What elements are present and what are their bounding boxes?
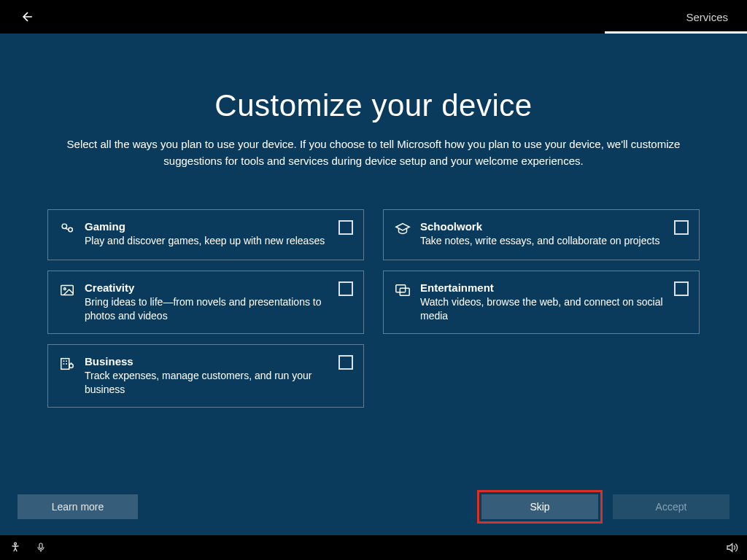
top-bar: Services bbox=[0, 0, 747, 34]
accept-button[interactable]: Accept bbox=[613, 494, 729, 519]
checkbox-creativity[interactable] bbox=[338, 281, 353, 296]
card-desc: Bring ideas to life—from novels and pres… bbox=[85, 295, 330, 323]
card-gaming[interactable]: Gaming Play and discover games, keep up … bbox=[47, 209, 364, 260]
page-title: Customize your device bbox=[47, 88, 700, 123]
card-title: Creativity bbox=[85, 281, 330, 294]
checkbox-business[interactable] bbox=[338, 355, 353, 370]
svg-rect-2 bbox=[61, 286, 74, 295]
svg-point-7 bbox=[69, 364, 74, 368]
svg-point-8 bbox=[15, 542, 17, 545]
bottom-bar bbox=[0, 535, 747, 560]
microphone-icon[interactable] bbox=[35, 542, 47, 553]
skip-button[interactable]: Skip bbox=[481, 494, 598, 519]
checkbox-schoolwork[interactable] bbox=[674, 220, 689, 235]
card-title: Business bbox=[85, 355, 330, 368]
card-title: Schoolwork bbox=[420, 220, 665, 233]
card-business[interactable]: Business Track expenses, manage customer… bbox=[47, 344, 364, 408]
card-desc: Watch videos, browse the web, and connec… bbox=[420, 295, 665, 323]
card-desc: Track expenses, manage customers, and ru… bbox=[85, 369, 330, 397]
graduation-cap-icon bbox=[394, 220, 411, 238]
card-desc: Play and discover games, keep up with ne… bbox=[85, 234, 330, 248]
learn-more-button[interactable]: Learn more bbox=[18, 494, 138, 519]
card-creativity[interactable]: Creativity Bring ideas to life—from nove… bbox=[47, 271, 364, 334]
footer-buttons: Learn more Skip Accept bbox=[0, 490, 747, 524]
volume-icon[interactable] bbox=[725, 541, 738, 554]
checkbox-gaming[interactable] bbox=[338, 220, 353, 235]
tab-underline bbox=[605, 31, 747, 34]
card-entertainment[interactable]: Entertainment Watch videos, browse the w… bbox=[383, 271, 700, 334]
ease-of-access-icon[interactable] bbox=[9, 541, 22, 554]
tab-services[interactable]: Services bbox=[681, 11, 732, 23]
card-schoolwork[interactable]: Schoolwork Take notes, write essays, and… bbox=[383, 209, 700, 260]
media-icon bbox=[394, 281, 411, 299]
page-subtitle: Select all the ways you plan to use your… bbox=[47, 136, 700, 169]
card-title: Gaming bbox=[85, 220, 330, 233]
svg-point-0 bbox=[62, 224, 66, 228]
checkbox-entertainment[interactable] bbox=[674, 281, 689, 296]
card-desc: Take notes, write essays, and collaborat… bbox=[420, 234, 665, 248]
business-icon bbox=[58, 355, 76, 373]
svg-point-3 bbox=[63, 288, 66, 290]
options-grid: Gaming Play and discover games, keep up … bbox=[47, 209, 700, 408]
skip-highlight: Skip bbox=[477, 490, 603, 524]
svg-rect-6 bbox=[61, 358, 69, 369]
card-title: Entertainment bbox=[420, 281, 665, 294]
svg-point-1 bbox=[69, 228, 73, 232]
picture-icon bbox=[58, 281, 76, 299]
gaming-icon bbox=[58, 220, 76, 238]
svg-rect-9 bbox=[39, 543, 42, 548]
main-content: Customize your device Select all the way… bbox=[0, 34, 747, 408]
back-button[interactable] bbox=[15, 7, 41, 27]
